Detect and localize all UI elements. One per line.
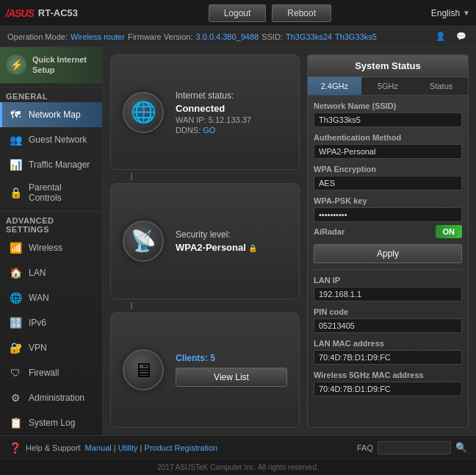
clients-number: 5 (210, 353, 215, 363)
firewall-label: Firewall (29, 368, 59, 378)
wpa-psk-value: •••••••••• (314, 207, 462, 222)
sidebar-item-lan[interactable]: 🏠 LAN (0, 260, 102, 285)
airadar-toggle[interactable]: ON (436, 225, 463, 238)
top-bar: /ASUS RT-AC53 Logout Reboot English ▼ (0, 0, 476, 26)
model-name: RT-AC53 (38, 7, 78, 18)
top-buttons: Logout Reboot (109, 4, 431, 22)
guest-network-label: Guest Network (29, 135, 87, 145)
quick-setup-label: Quick InternetSetup (32, 54, 87, 76)
help-support-label: Help & Support (26, 443, 81, 452)
security-level-label: Security level: (176, 229, 287, 240)
system-status-tabs: 2.4GHz 5GHz Status (308, 77, 468, 96)
pin-code-label: PIN code (314, 307, 462, 316)
router-icon: 📡 (123, 221, 164, 262)
system-status-panel: System Status 2.4GHz 5GHz Status Network… (307, 54, 469, 428)
quick-internet-setup[interactable]: ⚡ Quick InternetSetup (0, 47, 102, 84)
wan-ip-info: WAN IP: 5.12.133.37 (176, 115, 287, 124)
search-icon[interactable]: 🔍 (455, 442, 467, 453)
lan-label: LAN (29, 268, 46, 278)
info-bar: Operation Mode: Wireless router Firmware… (0, 26, 476, 47)
language-selector[interactable]: English ▼ (431, 8, 470, 18)
system-log-label: System Log (29, 418, 75, 428)
security-info: Security level: WPA2-Personal 🔒 (176, 229, 287, 253)
traffic-manager-icon: 📊 (8, 157, 23, 172)
sidebar-item-network-map[interactable]: 🗺 Network Map (0, 102, 102, 127)
sidebar-item-guest-network[interactable]: 👥 Guest Network (0, 127, 102, 152)
tab-status[interactable]: Status (414, 77, 468, 95)
user-icon[interactable]: 👤 (433, 29, 448, 44)
info-icons: 👤 💬 (433, 29, 469, 44)
sidebar-item-wireless[interactable]: 📶 Wireless (0, 235, 102, 260)
security-level-value: WPA2-Personal 🔒 (176, 242, 287, 253)
wan-icon: 🌐 (8, 290, 23, 305)
general-section-label: General (0, 87, 102, 102)
faq-area: FAQ 🔍 (357, 441, 467, 454)
wan-label: WAN (29, 293, 49, 303)
sidebar-item-parental-controls[interactable]: 🔒 Parental Controls (0, 177, 102, 208)
clients-icon: 🖥 (123, 349, 164, 390)
ssid-field-label: Network Name (SSID) (314, 101, 462, 110)
lan-ip-value: 192.168.1.1 (314, 287, 462, 301)
internet-card: 🌐 Internet status: Connected WAN IP: 5.1… (110, 54, 300, 170)
wpa-encryption-label: WPA Encryption (314, 165, 462, 174)
ddns-link[interactable]: GO (203, 126, 215, 135)
faq-label: FAQ (357, 443, 373, 452)
network-map-icon: 🗺 (8, 107, 23, 122)
sidebar-item-system-log[interactable]: 📋 System Log (0, 410, 102, 435)
faq-search-input[interactable] (378, 441, 451, 454)
footer-links: ❓ Help & Support Manual | Utility | Prod… (0, 435, 476, 459)
notification-icon[interactable]: 💬 (454, 29, 469, 44)
pin-code-value: 05213405 (314, 318, 462, 333)
tab-5ghz[interactable]: 5GHz (361, 77, 415, 95)
auth-method-label: Authentication Method (314, 133, 462, 142)
system-status-body: Network Name (SSID) Th3G33ks5 Authentica… (308, 96, 468, 427)
sidebar-item-traffic-manager[interactable]: 📊 Traffic Manager (0, 152, 102, 177)
status-divider (314, 269, 462, 270)
administration-label: Administration (29, 393, 84, 403)
lan-ip-label: LAN IP (314, 276, 462, 285)
copyright: 2017 ASUSTeK Computer Inc. All rights re… (0, 459, 476, 475)
operation-mode-link[interactable]: Wireless router (71, 32, 125, 41)
tab-2.4ghz[interactable]: 2.4GHz (308, 77, 361, 95)
sidebar-item-vpn[interactable]: 🔐 VPN (0, 335, 102, 360)
ssid-value1[interactable]: Th3G33ks24 (286, 32, 332, 41)
language-label: English (431, 8, 460, 18)
clients-count: Clients: 5 (176, 353, 287, 363)
wan-ip-label: WAN IP: (176, 115, 206, 124)
ssid-field-value: Th3G33ks5 (314, 113, 462, 127)
firewall-icon: 🛡 (8, 365, 23, 380)
manual-link[interactable]: Manual (85, 443, 112, 452)
content-area: 🌐 Internet status: Connected WAN IP: 5.1… (103, 47, 476, 435)
security-card: 📡 Security level: WPA2-Personal 🔒 (110, 183, 300, 299)
product-reg-link[interactable]: Product Registration (145, 443, 218, 452)
airadar-label: AiRadar (314, 227, 345, 236)
sidebar-item-ipv6[interactable]: 🔢 IPv6 (0, 310, 102, 335)
wan-ip-value: 5.12.133.37 (209, 115, 251, 124)
vpn-label: VPN (29, 343, 47, 353)
system-status-title: System Status (308, 55, 468, 77)
sidebar-item-firewall[interactable]: 🛡 Firewall (0, 360, 102, 385)
parental-controls-label: Parental Controls (29, 182, 96, 203)
view-list-button[interactable]: View List (176, 368, 287, 387)
reboot-button[interactable]: Reboot (272, 4, 331, 22)
ssid-label: SSID: (262, 32, 283, 41)
ipv6-label: IPv6 (29, 318, 46, 328)
auth-method-value: WPA2-Personal (314, 144, 462, 159)
internet-status-label: Internet status: (176, 90, 287, 101)
network-diagram: 🌐 Internet status: Connected WAN IP: 5.1… (110, 54, 300, 428)
lock-icon: 🔒 (248, 244, 257, 252)
clients-label: Clients: (176, 353, 208, 363)
ssid-value2[interactable]: Th3G33ks5 (335, 32, 377, 41)
network-map-label: Network Map (29, 110, 81, 120)
internet-status-value: Connected (176, 103, 287, 114)
apply-button[interactable]: Apply (314, 244, 462, 263)
firmware-link[interactable]: 3.0.0.4.380_9488 (196, 32, 259, 41)
connector-2 (131, 302, 279, 310)
sidebar-item-administration[interactable]: ⚙ Administration (0, 385, 102, 410)
lan-icon: 🏠 (8, 265, 23, 280)
sidebar-item-wan[interactable]: 🌐 WAN (0, 285, 102, 310)
utility-link[interactable]: Utility (118, 443, 138, 452)
logout-button[interactable]: Logout (209, 4, 267, 22)
wireless-icon: 📶 (8, 240, 23, 255)
vpn-icon: 🔐 (8, 340, 23, 355)
